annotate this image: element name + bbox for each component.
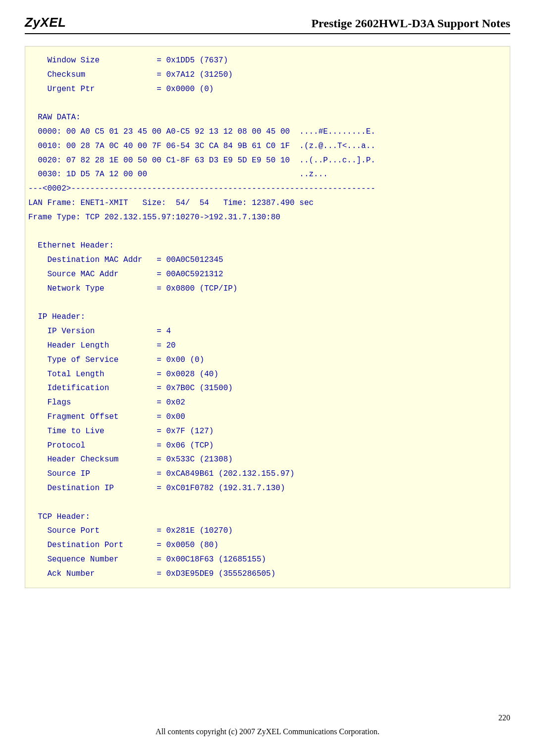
code-line: Header Length = 20	[28, 339, 507, 353]
code-line: 0000: 00 A0 C5 01 23 45 00 A0-C5 92 13 1…	[28, 125, 507, 139]
code-line: Type of Service = 0x00 (0)	[28, 353, 507, 367]
code-line: Window Size = 0x1DD5 (7637)	[28, 53, 507, 68]
code-line: Time to Live = 0x7F (127)	[28, 424, 507, 439]
code-line: Ack Number = 0xD3E95DE9 (3555286505)	[28, 567, 507, 581]
code-line: ---<0002>-------------------------------…	[28, 182, 507, 196]
page-title: Prestige 2602HWL-D3A Support Notes	[311, 17, 510, 30]
code-line: Idetification = 0x7B0C (31500)	[28, 381, 507, 396]
code-line: Source MAC Addr = 00A0C5921312	[28, 267, 507, 282]
code-line: Destination MAC Addr = 00A0C5012345	[28, 253, 507, 267]
packet-dump-block: Window Size = 0x1DD5 (7637) Checksum = 0…	[25, 46, 510, 588]
brand-logo: ZyXEL	[25, 15, 66, 30]
code-line: Fragment Offset = 0x00	[28, 410, 507, 424]
code-line: Ethernet Header:	[28, 239, 507, 253]
code-line: 0020: 07 82 28 1E 00 50 00 C1-8F 63 D3 E…	[28, 153, 507, 168]
code-line: Header Checksum = 0x533C (21308)	[28, 453, 507, 467]
header: ZyXEL Prestige 2602HWL-D3A Support Notes	[25, 15, 510, 34]
code-line: Checksum = 0x7A12 (31250)	[28, 68, 507, 82]
code-line	[28, 225, 507, 239]
code-line: Total Length = 0x0028 (40)	[28, 367, 507, 382]
code-line: Sequence Number = 0x00C18F63 (12685155)	[28, 553, 507, 567]
page-number: 220	[498, 713, 510, 722]
code-line: Urgent Ptr = 0x0000 (0)	[28, 82, 507, 97]
code-line: TCP Header:	[28, 510, 507, 524]
code-line: Protocol = 0x06 (TCP)	[28, 439, 507, 453]
code-line	[28, 496, 507, 510]
copyright-footer: All contents copyright (c) 2007 ZyXEL Co…	[0, 727, 535, 736]
code-line: Destination Port = 0x0050 (80)	[28, 538, 507, 553]
code-line: 0010: 00 28 7A 0C 40 00 7F 06-54 3C CA 8…	[28, 139, 507, 153]
code-line: 0030: 1D D5 7A 12 00 00 ..z...	[28, 167, 507, 182]
code-line: LAN Frame: ENET1-XMIT Size: 54/ 54 Time:…	[28, 196, 507, 210]
code-line	[28, 296, 507, 310]
code-line: IP Header:	[28, 310, 507, 324]
code-line: Source IP = 0xCA849B61 (202.132.155.97)	[28, 467, 507, 481]
code-line: IP Version = 4	[28, 324, 507, 339]
code-line: Destination IP = 0xC01F0782 (192.31.7.13…	[28, 481, 507, 496]
code-line: RAW DATA:	[28, 110, 507, 125]
code-line: Network Type = 0x0800 (TCP/IP)	[28, 282, 507, 296]
code-line: Source Port = 0x281E (10270)	[28, 524, 507, 538]
code-line: Flags = 0x02	[28, 396, 507, 410]
code-line	[28, 96, 507, 110]
code-line: Frame Type: TCP 202.132.155.97:10270->19…	[28, 210, 507, 225]
